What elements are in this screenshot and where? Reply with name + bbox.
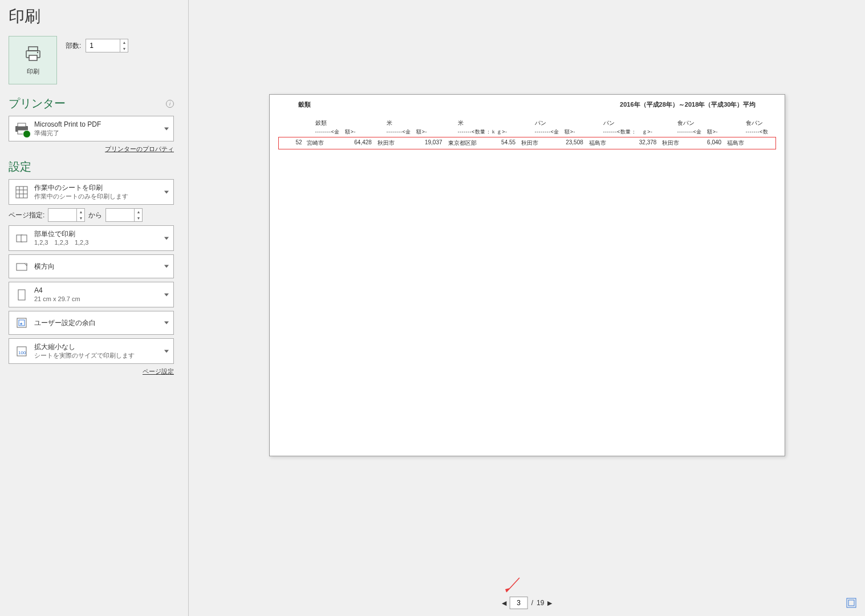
pager-separator: / <box>531 599 533 607</box>
highlighted-row: 52 宮崎市 64,428 秋田市 19,037 東京都区部 54.55 秋田市… <box>278 137 776 149</box>
paper-size-select[interactable]: A4 21 cm x 29.7 cm <box>9 282 174 307</box>
chevron-down-icon <box>164 237 169 240</box>
page-navigator: ◀ / 19 ▶ <box>502 597 553 609</box>
col-group: 食パン <box>746 119 780 127</box>
print-preview-area: 穀類 2016年（平成28年）～2018年（平成30年）平均 穀類 米 米 パン… <box>188 0 865 616</box>
paper-title: A4 <box>34 286 169 295</box>
col-group: パン <box>535 119 603 127</box>
scaling-sub: シートを実際のサイズで印刷します <box>34 351 169 360</box>
scaling-icon: 100 <box>14 343 30 359</box>
show-margins-icon[interactable] <box>846 598 856 608</box>
svg-rect-13 <box>21 235 27 242</box>
svg-rect-0 <box>29 47 38 51</box>
scaling-title: 拡大縮小なし <box>34 342 169 351</box>
annotation-arrow <box>499 575 522 598</box>
cell: 64,428 <box>338 139 377 147</box>
col-sub: --------<金 額>- <box>535 128 603 136</box>
chevron-down-icon <box>164 293 169 296</box>
page-title: 印刷 <box>9 6 174 27</box>
svg-rect-2 <box>29 55 37 60</box>
svg-point-3 <box>36 52 38 53</box>
chevron-down-icon <box>164 322 169 325</box>
copies-label: 部数: <box>66 41 81 51</box>
svg-marker-22 <box>505 588 510 592</box>
page-icon <box>14 287 30 303</box>
settings-section-header: 設定 <box>9 159 31 175</box>
orientation-title: 横方向 <box>34 262 169 271</box>
print-button[interactable]: 印刷 <box>9 36 57 84</box>
cell: 23,508 <box>552 139 588 147</box>
print-what-sub: 作業中のシートのみを印刷します <box>34 192 169 201</box>
cell: 東京都区部 <box>448 139 490 147</box>
svg-rect-7 <box>16 187 27 198</box>
print-what-title: 作業中のシートを印刷 <box>34 183 169 192</box>
collate-icon <box>14 230 30 246</box>
margins-icon: ★ <box>14 315 30 331</box>
col-sub: -------<数 <box>746 128 780 136</box>
total-pages: 19 <box>537 599 544 607</box>
svg-rect-5 <box>18 123 26 127</box>
cell: 6,040 <box>693 139 727 147</box>
svg-rect-23 <box>847 598 856 607</box>
cell: 宮崎市 <box>307 139 338 147</box>
printer-select[interactable]: Microsoft Print to PDF 準備完了 <box>9 116 174 141</box>
cell: 32,378 <box>620 139 662 147</box>
svg-rect-6 <box>18 130 26 134</box>
cell: 秋田市 <box>662 139 693 147</box>
page-from-spinner[interactable]: ▲▼ <box>76 209 84 221</box>
scaling-select[interactable]: 100 拡大縮小なし シートを実際のサイズで印刷します <box>9 338 174 364</box>
preview-page: 穀類 2016年（平成28年）～2018年（平成30年）平均 穀類 米 米 パン… <box>269 94 785 456</box>
col-group: 米 <box>458 119 535 127</box>
page-to-label: から <box>88 210 102 220</box>
next-page-button[interactable]: ▶ <box>547 599 552 607</box>
col-sub: -------<数量： ｇ>- <box>603 128 677 136</box>
page-range-label: ページ指定: <box>9 210 44 220</box>
print-what-select[interactable]: 作業中のシートを印刷 作業中のシートのみを印刷します <box>9 179 174 205</box>
collate-sub: 1,2,3 1,2,3 1,2,3 <box>34 238 169 247</box>
chevron-down-icon <box>164 127 169 130</box>
margins-select[interactable]: ★ ユーザー設定の余白 <box>9 311 174 335</box>
cell: 19,037 <box>408 139 448 147</box>
col-group: 米 <box>387 119 458 127</box>
collate-title: 部単位で印刷 <box>34 229 169 238</box>
printer-section-header: プリンター <box>9 96 66 111</box>
printer-status: 準備完了 <box>34 129 169 137</box>
print-button-label: 印刷 <box>27 67 39 76</box>
collate-select[interactable]: 部単位で印刷 1,2,3 1,2,3 1,2,3 <box>9 225 174 251</box>
prev-page-button[interactable]: ◀ <box>502 599 506 607</box>
cell: 54.55 <box>490 139 521 147</box>
chevron-down-icon <box>164 265 169 268</box>
col-group: 食パン <box>677 119 746 127</box>
col-group: パン <box>603 119 677 127</box>
col-sub: --------<金 額>- <box>387 128 458 136</box>
preview-header-right: 2016年（平成28年）～2018年（平成30年）平均 <box>620 100 756 109</box>
printer-properties-link[interactable]: プリンターのプロパティ <box>105 145 174 152</box>
sheet-icon <box>14 184 30 200</box>
page-to-spinner[interactable]: ▲▼ <box>134 209 142 221</box>
info-icon[interactable]: i <box>166 100 174 108</box>
col-group: 穀類 <box>315 119 387 127</box>
cell: 秋田市 <box>521 139 552 147</box>
col-sub: --------<金 額>- <box>315 128 387 136</box>
printer-name: Microsoft Print to PDF <box>34 120 169 129</box>
svg-text:★: ★ <box>19 322 23 326</box>
col-sub: -------<数量：ｋｇ>- <box>458 128 535 136</box>
current-page-input[interactable] <box>510 597 528 609</box>
printer-icon <box>24 44 42 64</box>
cell: 秋田市 <box>377 139 408 147</box>
svg-rect-15 <box>18 290 25 300</box>
row-index: 52 <box>296 139 307 147</box>
orientation-select[interactable]: 横方向 <box>9 254 174 278</box>
svg-rect-24 <box>848 600 854 606</box>
cell: 福島市 <box>589 139 620 147</box>
chevron-down-icon <box>164 191 169 193</box>
copies-spinner[interactable]: ▲▼ <box>120 39 128 52</box>
cell: 福島市 <box>727 139 758 147</box>
svg-line-21 <box>506 578 519 592</box>
svg-text:100: 100 <box>18 350 26 355</box>
margins-title: ユーザー設定の余白 <box>34 318 169 327</box>
paper-sub: 21 cm x 29.7 cm <box>34 295 169 303</box>
chevron-down-icon <box>164 350 169 352</box>
landscape-icon <box>14 258 30 274</box>
page-setup-link[interactable]: ページ設定 <box>143 368 174 375</box>
